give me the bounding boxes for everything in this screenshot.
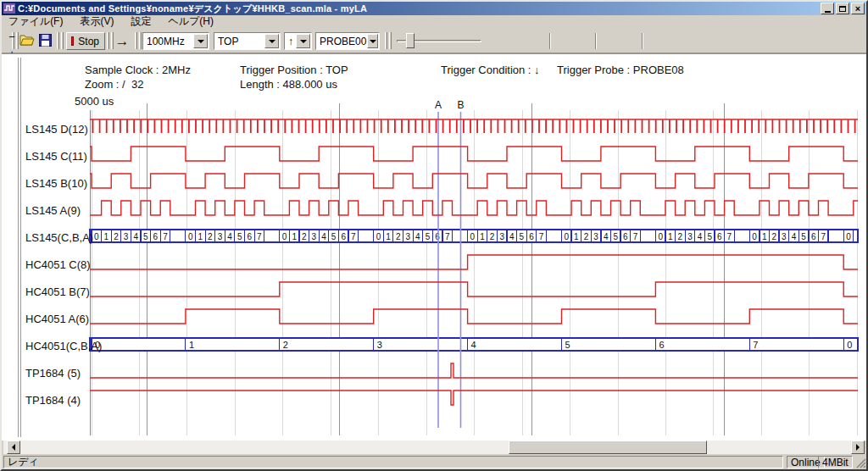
bus-value: 5: [614, 232, 619, 241]
bus-value: 6: [811, 232, 816, 241]
bus-value: 6: [623, 232, 628, 241]
bus-value: 5: [331, 232, 337, 241]
bus-value: 7: [633, 232, 638, 241]
bus-value: 5: [801, 232, 806, 241]
bus-value: 3: [687, 232, 693, 241]
bus-value: 6: [717, 232, 722, 241]
info-length: Length : 488.000 us: [240, 78, 337, 91]
bus-value: 0: [282, 232, 287, 241]
bus-value: 1: [189, 340, 194, 350]
wave-10: [90, 391, 858, 405]
wave-strobe-pulses: [93, 119, 855, 133]
waveforms: [90, 119, 858, 405]
scroll-left-icon: [12, 444, 15, 451]
bus-value: 7: [351, 232, 356, 241]
bus-value: 4: [133, 232, 138, 241]
bus-value: 7: [539, 232, 544, 241]
bus-value: 2: [208, 232, 213, 241]
status-memory-text: 4MBit: [822, 457, 849, 468]
channel-label: LS145 A(9): [25, 204, 81, 217]
bus-value: 3: [218, 232, 223, 241]
channel-label: TP1684 (4): [25, 394, 81, 407]
bus-value: 2: [584, 232, 589, 241]
marker-a-label: A: [435, 99, 442, 111]
bus-value: 7: [257, 232, 262, 241]
wave-1: [90, 147, 858, 161]
bus-value: 4: [698, 232, 703, 241]
bus-value: 1: [292, 232, 297, 241]
channel-label: HC4051(C,B,A): [25, 340, 102, 352]
info-trigger-position: Trigger Position : TOP: [240, 64, 348, 76]
bus-value: 2: [396, 232, 401, 241]
bus-value: 3: [377, 340, 382, 350]
bus-value: 4: [792, 232, 797, 241]
scrollbar-thumb[interactable]: [509, 441, 707, 454]
bus-value: 1: [574, 232, 579, 241]
wave-3: [90, 201, 858, 215]
app-window: C:¥Documents and Settings¥noname¥デスクトップ¥…: [0, 0, 868, 471]
bus-value: 5: [426, 232, 431, 241]
bus-value: 2: [490, 232, 495, 241]
info-trigger-condition: Trigger Condition : ↓: [441, 64, 540, 76]
bus-value: 2: [283, 340, 288, 350]
wave-6: [90, 282, 858, 296]
status-message-pane: レディ: [3, 456, 783, 468]
bus-value: 0: [188, 232, 193, 241]
waveform-canvas[interactable]: 0123456701234567012345670123456701234567…: [2, 2, 866, 469]
bus-value: 4: [604, 232, 609, 241]
bus-value: 2: [114, 232, 119, 241]
bus-value: 4: [227, 232, 232, 241]
bus-value: 3: [593, 232, 598, 241]
bus-value: 1: [668, 232, 673, 241]
marker-b-label: B: [457, 99, 464, 111]
bus-value: 0: [752, 232, 757, 241]
status-bar: レディ Online 4MBit: [2, 455, 866, 469]
bus-value: 4: [509, 232, 515, 241]
status-ready-text: レディ: [8, 455, 39, 469]
time-division-label: 5000 us: [75, 95, 114, 108]
scroll-right-button[interactable]: [851, 441, 865, 454]
bus-value: 7: [821, 232, 826, 241]
bus-value: 7: [727, 232, 732, 241]
channel-label: LS145 B(10): [25, 177, 87, 190]
scroll-right-icon: [856, 444, 860, 451]
bus-value: 1: [104, 232, 109, 241]
bus-value: 3: [312, 232, 317, 241]
wave-9: [90, 363, 858, 378]
channel-label: LS145 D(12): [25, 123, 88, 136]
wave-7: [90, 309, 858, 324]
bus-value: 6: [248, 232, 253, 241]
bus-value: 6: [529, 232, 534, 241]
bus-value: 0: [846, 232, 851, 241]
bus-value: 2: [678, 232, 683, 241]
wave-2: [90, 174, 858, 188]
bus-value: 5: [143, 232, 148, 241]
resize-grip[interactable]: [855, 457, 866, 468]
bus-value: 3: [406, 232, 411, 241]
bus-value: 0: [565, 232, 570, 241]
bus-value: 5: [707, 232, 712, 241]
wave-5: [90, 255, 858, 269]
bus-value: 4: [415, 232, 420, 241]
channel-label: HC4051 A(6): [25, 313, 89, 325]
status-memory-pane: 4MBit: [818, 456, 853, 468]
channel-label: HC4051 B(7): [25, 285, 90, 298]
bus-value: 2: [772, 232, 777, 241]
bus-value: 5: [237, 232, 242, 241]
bus-value: 1: [198, 232, 203, 241]
channel-label: TP1684 (5): [25, 367, 81, 380]
bus-value: 4: [471, 340, 476, 350]
bus-value: 7: [753, 340, 758, 350]
cursor-markers[interactable]: AB: [435, 99, 465, 428]
bus-value: 3: [499, 232, 504, 241]
bus-value: 6: [341, 232, 346, 241]
horizontal-scrollbar[interactable]: [3, 441, 865, 454]
scroll-left-button[interactable]: [7, 441, 20, 454]
info-zoom: Zoom : / 32: [85, 78, 143, 91]
bus-value: 6: [153, 232, 159, 241]
channel-label: HC4051 C(8): [25, 258, 91, 271]
bus-rows: 0123456701234567012345670123456701234567…: [90, 230, 858, 351]
bus-value: 0: [94, 232, 99, 241]
info-sample-clock: Sample Clock : 2MHz: [85, 64, 191, 76]
bus-value: 0: [847, 340, 852, 350]
